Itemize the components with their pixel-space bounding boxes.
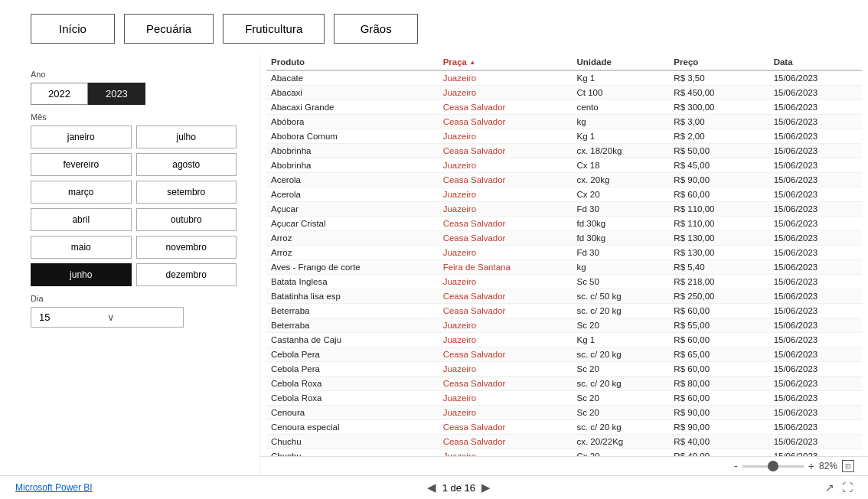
cell-praca: Ceasa Salvador xyxy=(439,231,573,246)
chevron-down-icon: ∨ xyxy=(107,311,175,323)
cell-unidade: Fd 30 xyxy=(572,202,669,217)
data-table: ProdutoPraça ▲UnidadePreçoData AbacateJu… xyxy=(266,54,862,456)
table-row[interactable]: AcerolaCeasa Salvadorcx. 20kgR$ 90,0015/… xyxy=(266,173,862,188)
day-value: 15 xyxy=(39,311,107,323)
table-row[interactable]: ChuchuCeasa Salvadorcx. 20/22KgR$ 40,001… xyxy=(266,435,862,449)
month-btn-setembro[interactable]: setembro xyxy=(136,181,237,204)
nav-button-início[interactable]: Início xyxy=(31,14,115,44)
month-btn-novembro[interactable]: novembro xyxy=(136,236,237,259)
col-header-praca[interactable]: Praça ▲ xyxy=(439,54,573,70)
cell-praca: Ceasa Salvador xyxy=(439,347,573,362)
table-row[interactable]: Cenoura especialCeasa Salvadorsc. c/ 20 … xyxy=(266,420,862,435)
table-row[interactable]: ChuchuJuazeiroCx 20R$ 40,0015/06/2023 xyxy=(266,449,862,457)
fit-page-icon[interactable]: ⊡ xyxy=(842,460,854,472)
cell-produto: Cenoura xyxy=(266,406,439,420)
table-row[interactable]: ArrozCeasa Salvadorfd 30kgR$ 130,0015/06… xyxy=(266,231,862,246)
cell-produto: Acerola xyxy=(266,188,439,202)
cell-preco: R$ 80,00 xyxy=(669,377,768,391)
month-btn-março[interactable]: março xyxy=(31,181,132,204)
cell-unidade: Ct 100 xyxy=(572,86,669,100)
table-row[interactable]: Cebola RoxaJuazeiroSc 20R$ 60,0015/06/20… xyxy=(266,391,862,406)
page-next-button[interactable]: ▶ xyxy=(481,481,491,494)
cell-produto: Cebola Roxa xyxy=(266,391,439,406)
day-select[interactable]: 15 ∨ xyxy=(31,307,184,328)
month-btn-outubro[interactable]: outubro xyxy=(136,208,237,231)
table-row[interactable]: AbacaxiJuazeiroCt 100R$ 450,0015/06/2023 xyxy=(266,86,862,100)
table-container[interactable]: ProdutoPraça ▲UnidadePreçoData AbacateJu… xyxy=(260,54,868,456)
cell-praca: Ceasa Salvador xyxy=(439,435,573,449)
month-btn-julho[interactable]: julho xyxy=(136,126,237,148)
table-row[interactable]: Açucar CristalCeasa Salvadorfd 30kgR$ 11… xyxy=(266,217,862,231)
cell-preco: R$ 60,00 xyxy=(669,333,768,347)
cell-data: 15/06/2023 xyxy=(769,377,862,391)
cell-praca: Ceasa Salvador xyxy=(439,115,573,129)
cell-praca: Juazeiro xyxy=(439,202,573,217)
cell-unidade: Sc 20 xyxy=(572,406,669,420)
cell-produto: Chuchu xyxy=(266,449,439,457)
table-row[interactable]: CenouraJuazeiroSc 20R$ 90,0015/06/2023 xyxy=(266,406,862,420)
day-label: Dia xyxy=(31,294,237,303)
zoom-bar: - + 82% ⊡ xyxy=(260,456,868,475)
cell-produto: Abacaxi Grande xyxy=(266,100,439,115)
cell-data: 15/06/2023 xyxy=(769,318,862,333)
nav-button-grãos[interactable]: Grãos xyxy=(334,14,418,44)
nav-button-fruticultura[interactable]: Fruticultura xyxy=(223,14,325,44)
table-row[interactable]: Abacaxi GrandeCeasa SalvadorcentoR$ 300,… xyxy=(266,100,862,115)
table-row[interactable]: Abobora ComumJuazeiroKg 1R$ 2,0015/06/20… xyxy=(266,129,862,144)
col-header-preco: Preço xyxy=(669,54,768,70)
cell-data: 15/06/2023 xyxy=(769,115,862,129)
cell-produto: Abobrinha xyxy=(266,144,439,158)
table-row[interactable]: Cebola PeraJuazeiroSc 20R$ 60,0015/06/20… xyxy=(266,362,862,377)
month-btn-fevereiro[interactable]: fevereiro xyxy=(31,153,132,176)
table-row[interactable]: Cebola PeraCeasa Salvadorsc. c/ 20 kgR$ … xyxy=(266,347,862,362)
cell-praca: Juazeiro xyxy=(439,391,573,406)
nav-button-pecuária[interactable]: Pecuária xyxy=(124,14,214,44)
table-row[interactable]: AbóboraCeasa SalvadorkgR$ 3,0015/06/2023 xyxy=(266,115,862,129)
share-icon[interactable]: ↗ xyxy=(825,481,834,494)
table-row[interactable]: AbobrinhaCeasa Salvadorcx. 18/20kgR$ 50,… xyxy=(266,144,862,158)
cell-praca: Juazeiro xyxy=(439,158,573,173)
cell-produto: Beterraba xyxy=(266,318,439,333)
zoom-minus-button[interactable]: - xyxy=(734,460,738,472)
bottom-icons: ↗ ⛶ xyxy=(825,481,853,494)
table-row[interactable]: AbacateJuazeiroKg 1R$ 3,5015/06/2023 xyxy=(266,70,862,86)
table-row[interactable]: BeterrabaCeasa Salvadorsc. c/ 20 kgR$ 60… xyxy=(266,304,862,318)
zoom-thumb[interactable] xyxy=(768,461,778,471)
table-row[interactable]: AcerolaJuazeiroCx 20R$ 60,0015/06/2023 xyxy=(266,188,862,202)
cell-praca: Ceasa Salvador xyxy=(439,100,573,115)
cell-data: 15/06/2023 xyxy=(769,158,862,173)
year-btn-2022[interactable]: 2022 xyxy=(31,83,88,105)
table-row[interactable]: Cebola RoxaCeasa Salvadorsc. c/ 20 kgR$ … xyxy=(266,377,862,391)
month-btn-maio[interactable]: maio xyxy=(31,236,132,259)
cell-preco: R$ 40,00 xyxy=(669,435,768,449)
year-btn-2023[interactable]: 2023 xyxy=(88,83,145,105)
table-row[interactable]: AçucarJuazeiroFd 30R$ 110,0015/06/2023 xyxy=(266,202,862,217)
sort-arrow-icon: ▲ xyxy=(469,59,475,66)
month-btn-dezembro[interactable]: dezembro xyxy=(136,263,237,286)
cell-produto: Acerola xyxy=(266,173,439,188)
table-row[interactable]: AbobrinhaJuazeiroCx 18R$ 45,0015/06/2023 xyxy=(266,158,862,173)
powerbi-link[interactable]: Microsoft Power BI xyxy=(15,482,93,493)
table-row[interactable]: BeterrabaJuazeiroSc 20R$ 55,0015/06/2023 xyxy=(266,318,862,333)
cell-unidade: sc. c/ 20 kg xyxy=(572,377,669,391)
cell-praca: Juazeiro xyxy=(439,129,573,144)
table-row[interactable]: Batatinha lisa espCeasa Salvadorsc. c/ 5… xyxy=(266,289,862,304)
zoom-plus-button[interactable]: + xyxy=(808,460,814,472)
table-row[interactable]: Batata InglesaJuazeiroSc 50R$ 218,0015/0… xyxy=(266,275,862,289)
month-btn-janeiro[interactable]: janeiro xyxy=(31,126,132,148)
month-btn-abril[interactable]: abril xyxy=(31,208,132,231)
cell-preco: R$ 250,00 xyxy=(669,289,768,304)
cell-produto: Cenoura especial xyxy=(266,420,439,435)
cell-preco: R$ 110,00 xyxy=(669,202,768,217)
zoom-track[interactable] xyxy=(742,465,804,468)
table-row[interactable]: Aves - Frango de corteFeira de Santanakg… xyxy=(266,260,862,275)
cell-praca: Juazeiro xyxy=(439,188,573,202)
month-btn-agosto[interactable]: agosto xyxy=(136,153,237,176)
month-btn-junho[interactable]: junho xyxy=(31,263,132,286)
cell-unidade: fd 30kg xyxy=(572,217,669,231)
page-prev-button[interactable]: ◀ xyxy=(427,481,436,494)
expand-icon[interactable]: ⛶ xyxy=(842,481,853,494)
cell-data: 15/06/2023 xyxy=(769,304,862,318)
table-row[interactable]: Castanha de CajuJuazeiroKg 1R$ 60,0015/0… xyxy=(266,333,862,347)
table-row[interactable]: ArrozJuazeiroFd 30R$ 130,0015/06/2023 xyxy=(266,246,862,260)
